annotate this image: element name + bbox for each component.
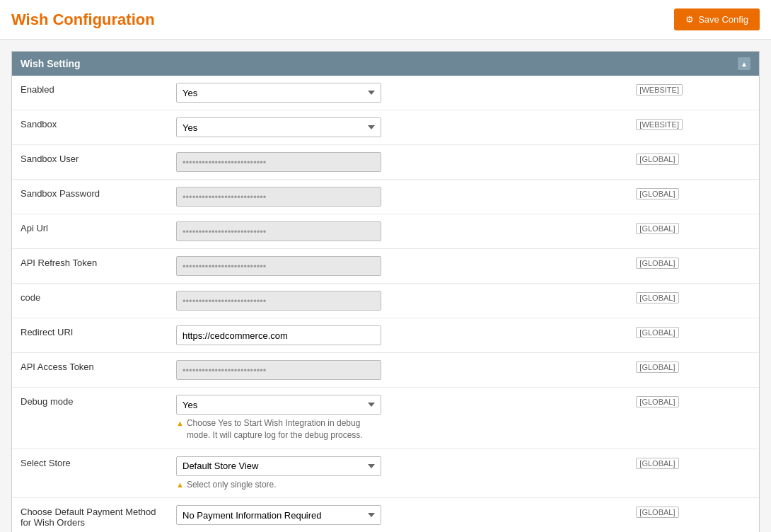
- scope-label: [GLOBAL]: [636, 223, 678, 234]
- field-label: Sandbox: [12, 110, 168, 145]
- table-row: Sandbox User[GLOBAL]: [12, 145, 759, 180]
- field-label: API Access Token: [12, 353, 168, 388]
- scope-label: [WEBSITE]: [636, 119, 683, 130]
- main-content: Wish Setting ▲ EnabledYesNo[WEBSITE]Sand…: [0, 40, 771, 532]
- field-scope: [GLOBAL]: [627, 284, 759, 318]
- scope-label: [GLOBAL]: [636, 327, 678, 338]
- scope-label: [GLOBAL]: [636, 507, 678, 518]
- warning-icon: ▲: [176, 418, 184, 429]
- collapse-icon[interactable]: ▲: [738, 57, 750, 70]
- field-scope: [GLOBAL]: [627, 449, 759, 498]
- field-select[interactable]: YesNo: [176, 83, 381, 103]
- table-row: API Access Token[GLOBAL]: [12, 353, 759, 388]
- field-input-cell: [168, 180, 627, 214]
- field-masked-input[interactable]: [176, 187, 381, 207]
- field-scope: [GLOBAL]: [627, 318, 759, 353]
- field-masked-input[interactable]: [176, 291, 381, 311]
- field-select[interactable]: Default Store View: [176, 456, 381, 476]
- field-select[interactable]: YesNo: [176, 117, 381, 137]
- field-scope: [GLOBAL]: [627, 388, 759, 449]
- field-input-cell: No Payment Information Required: [168, 498, 627, 532]
- field-scope: [GLOBAL]: [627, 353, 759, 388]
- field-scope: [WEBSITE]: [627, 110, 759, 145]
- field-scope: [GLOBAL]: [627, 180, 759, 214]
- field-label: Redirect URI: [12, 318, 168, 353]
- page-title: Wish Configuration: [11, 11, 155, 29]
- table-row: EnabledYesNo[WEBSITE]: [12, 76, 759, 110]
- table-row: Select StoreDefault Store View▲Select on…: [12, 449, 759, 498]
- field-label: API Refresh Token: [12, 249, 168, 284]
- page-header: Wish Configuration ⚙ Save Config: [0, 0, 771, 40]
- field-label: Sandbox User: [12, 145, 168, 180]
- table-row: SandboxYesNo[WEBSITE]: [12, 110, 759, 145]
- table-row: Api Url[GLOBAL]: [12, 214, 759, 249]
- field-input-cell: YesNo▲Choose Yes to Start Wish Integrati…: [168, 388, 627, 449]
- field-text-input[interactable]: [176, 325, 381, 345]
- field-label: Choose Default Payment Method for Wish O…: [12, 498, 168, 532]
- wish-setting-section: Wish Setting ▲ EnabledYesNo[WEBSITE]Sand…: [11, 51, 760, 532]
- field-label: Debug mode: [12, 388, 168, 449]
- scope-label: [GLOBAL]: [636, 396, 678, 407]
- scope-label: [GLOBAL]: [636, 258, 678, 269]
- field-scope: [GLOBAL]: [627, 145, 759, 180]
- scope-label: [GLOBAL]: [636, 188, 678, 200]
- field-hint: ▲Select only single store.: [176, 479, 381, 491]
- page-wrapper: Wish Configuration ⚙ Save Config Wish Se…: [0, 0, 771, 532]
- field-input-cell: Default Store View▲Select only single st…: [168, 449, 627, 498]
- table-row: Redirect URI[GLOBAL]: [12, 318, 759, 353]
- warning-icon: ▲: [176, 480, 184, 490]
- field-label: Sandbox Password: [12, 180, 168, 214]
- field-input-cell: [168, 284, 627, 318]
- table-row: code[GLOBAL]: [12, 284, 759, 318]
- field-masked-input[interactable]: [176, 152, 381, 172]
- field-input-cell: [168, 318, 627, 353]
- scope-label: [GLOBAL]: [636, 458, 678, 469]
- field-input-cell: [168, 214, 627, 249]
- field-label: Api Url: [12, 214, 168, 249]
- table-row: Debug modeYesNo▲Choose Yes to Start Wish…: [12, 388, 759, 449]
- scope-label: [GLOBAL]: [636, 362, 678, 373]
- field-hint: ▲Choose Yes to Start Wish Integration in…: [176, 417, 381, 441]
- field-scope: [GLOBAL]: [627, 498, 759, 532]
- section-header: Wish Setting ▲: [12, 52, 759, 76]
- field-select[interactable]: No Payment Information Required: [176, 505, 381, 525]
- scope-label: [GLOBAL]: [636, 292, 678, 303]
- scope-label: [WEBSITE]: [636, 84, 683, 96]
- field-masked-input[interactable]: [176, 256, 381, 276]
- field-masked-input[interactable]: [176, 221, 381, 241]
- scope-label: [GLOBAL]: [636, 154, 678, 165]
- field-input-cell: YesNo: [168, 110, 627, 145]
- table-row: Choose Default Payment Method for Wish O…: [12, 498, 759, 532]
- field-label: Select Store: [12, 449, 168, 498]
- save-config-button[interactable]: ⚙ Save Config: [674, 8, 760, 30]
- field-input-cell: [168, 353, 627, 388]
- field-select[interactable]: YesNo: [176, 395, 381, 415]
- field-input-cell: [168, 145, 627, 180]
- field-scope: [GLOBAL]: [627, 214, 759, 249]
- field-input-cell: YesNo: [168, 76, 627, 110]
- form-table: EnabledYesNo[WEBSITE]SandboxYesNo[WEBSIT…: [12, 76, 759, 532]
- table-row: API Refresh Token[GLOBAL]: [12, 249, 759, 284]
- field-label: Enabled: [12, 76, 168, 110]
- field-masked-input[interactable]: [176, 360, 381, 380]
- section-title: Wish Setting: [21, 58, 81, 69]
- field-label: code: [12, 284, 168, 318]
- field-scope: [GLOBAL]: [627, 249, 759, 284]
- table-row: Sandbox Password[GLOBAL]: [12, 180, 759, 214]
- field-scope: [WEBSITE]: [627, 76, 759, 110]
- field-input-cell: [168, 249, 627, 284]
- gear-icon: ⚙: [685, 14, 694, 25]
